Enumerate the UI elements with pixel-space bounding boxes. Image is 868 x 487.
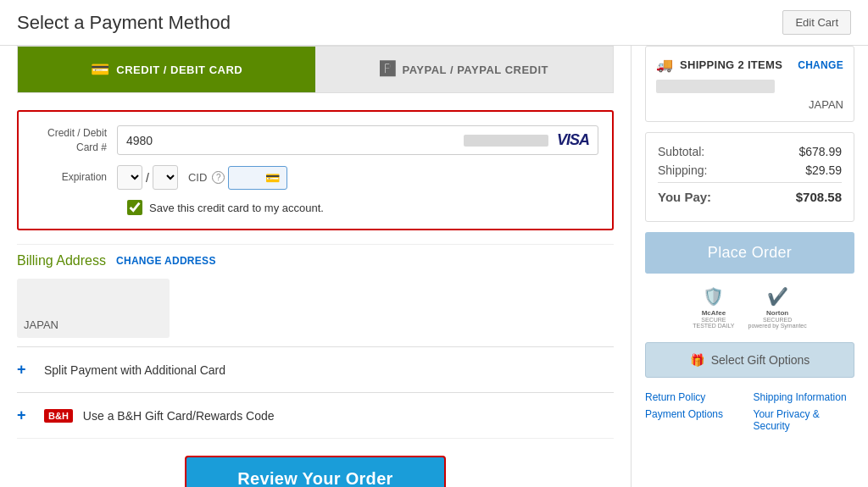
shipping-country: JAPAN [656, 98, 843, 111]
right-sidebar: 🚚 SHIPPING 2 ITEMS CHANGE JAPAN Subtotal… [631, 46, 868, 487]
address-card: JAPAN [17, 279, 170, 338]
mcafee-sublabel: SECURE [701, 317, 726, 323]
split-payment-expand-icon: + [17, 361, 34, 379]
norton-icon: ✔️ [760, 284, 794, 309]
payment-tabs: 💳 CREDIT / DEBIT CARD 🅿 PAYPAL / PAYPAL … [17, 46, 614, 93]
mcafee-sub2: TESTED DAILY [693, 323, 734, 329]
mcafee-icon: 🛡️ [697, 284, 731, 309]
shipping-address-blur [656, 80, 775, 93]
shipping-header: 🚚 SHIPPING 2 ITEMS CHANGE [656, 57, 843, 73]
cid-input-wrapper[interactable]: 💳 [228, 166, 287, 190]
tab-paypal-label: PAYPAL / PAYPAL CREDIT [402, 64, 548, 76]
shipping-info-box: 🚚 SHIPPING 2 ITEMS CHANGE JAPAN [645, 46, 854, 122]
left-content: 💳 CREDIT / DEBIT CARD 🅿 PAYPAL / PAYPAL … [0, 46, 631, 487]
total-value: $708.58 [796, 190, 842, 204]
expiration-wrapper: / CID ? 💳 [117, 165, 598, 190]
split-payment-section[interactable]: + Split Payment with Additional Card [17, 346, 614, 392]
shipping-title-row: 🚚 SHIPPING 2 ITEMS [656, 57, 782, 73]
page-header: Select a Payment Method Edit Cart [0, 0, 868, 46]
gift-options-button[interactable]: 🎁 Select Gift Options [645, 342, 854, 378]
tab-credit-debit-label: CREDIT / DEBIT CARD [116, 64, 242, 76]
subtotal-row: Subtotal: $678.99 [658, 145, 842, 158]
tab-credit-debit[interactable]: 💳 CREDIT / DEBIT CARD [18, 47, 315, 92]
save-card-row: Save this credit card to my account. [32, 200, 598, 215]
total-label: You Pay: [658, 190, 711, 204]
shipping-cost-label: Shipping: [658, 163, 707, 177]
privacy-security-link[interactable]: Your Privacy & Security [754, 408, 855, 432]
order-summary: Subtotal: $678.99 Shipping: $29.59 You P… [645, 132, 854, 222]
cid-card-icon: 💳 [265, 171, 280, 185]
return-policy-link[interactable]: Return Policy [645, 391, 747, 403]
subtotal-label: Subtotal: [658, 145, 704, 158]
paypal-icon: 🅿 [380, 61, 396, 79]
card-number-input[interactable] [126, 134, 464, 147]
card-form-section: Credit / Debit Card # VISA Expiration [17, 110, 614, 230]
cid-help-icon[interactable]: ? [212, 171, 225, 184]
shipping-info-link[interactable]: Shipping Information [754, 391, 855, 403]
cid-label: CID [188, 171, 207, 184]
expiration-row: Expiration / CID ? 💳 [32, 165, 598, 190]
expiration-label: Expiration [32, 170, 117, 185]
billing-section: Billing Address CHANGE ADDRESS JAPAN [17, 244, 614, 346]
shipping-row: Shipping: $29.59 [658, 163, 842, 177]
credit-card-icon: 💳 [91, 60, 110, 79]
page-title: Select a Payment Method [17, 12, 231, 34]
bh-logo: B&H [44, 409, 73, 423]
security-badges: 🛡️ McAfee SECURE TESTED DAILY ✔️ Norton … [645, 284, 854, 329]
card-number-label: Credit / Debit Card # [32, 126, 117, 155]
card-number-blur [464, 135, 548, 147]
billing-country: JAPAN [24, 318, 58, 331]
gift-card-section[interactable]: + B&H Use a B&H Gift Card/Rewards Code [17, 392, 614, 438]
place-order-button[interactable]: Place Order [645, 232, 854, 274]
mcafee-label: McAfee [702, 309, 726, 317]
cid-field[interactable] [236, 172, 265, 184]
mcafee-badge: 🛡️ McAfee SECURE TESTED DAILY [693, 284, 734, 329]
exp-separator: / [146, 171, 149, 185]
gift-card-expand-icon: + [17, 407, 34, 424]
shipping-change-link[interactable]: CHANGE [798, 59, 843, 71]
gift-options-label: Select Gift Options [711, 353, 810, 367]
exp-year-select[interactable] [153, 165, 178, 190]
save-card-checkbox[interactable] [127, 200, 142, 215]
exp-month-select[interactable] [117, 165, 142, 190]
norton-sublabel: SECURED [763, 317, 792, 323]
page-wrapper: Select a Payment Method Edit Cart 💳 CRED… [0, 0, 868, 487]
norton-badge: ✔️ Norton SECURED powered by Symantec [748, 284, 807, 329]
shipping-items-label: SHIPPING 2 ITEMS [680, 58, 782, 71]
billing-header: Billing Address CHANGE ADDRESS [17, 253, 614, 268]
edit-cart-button[interactable]: Edit Cart [782, 10, 851, 35]
main-layout: 💳 CREDIT / DEBIT CARD 🅿 PAYPAL / PAYPAL … [0, 46, 868, 487]
split-payment-label: Split Payment with Additional Card [44, 363, 225, 377]
change-address-link[interactable]: CHANGE ADDRESS [116, 255, 216, 267]
gift-icon: 🎁 [690, 353, 704, 367]
shipping-cost-value: $29.59 [805, 163, 842, 177]
billing-title: Billing Address [17, 253, 106, 268]
card-number-row: Credit / Debit Card # VISA [32, 125, 598, 155]
subtotal-value: $678.99 [798, 145, 842, 158]
tab-paypal[interactable]: 🅿 PAYPAL / PAYPAL CREDIT [315, 47, 613, 92]
visa-logo: VISA [557, 131, 589, 149]
save-card-label: Save this credit card to my account. [149, 202, 324, 214]
footer-links: Return Policy Shipping Information Payme… [645, 391, 854, 432]
review-order-button[interactable]: Review Your Order [185, 456, 445, 487]
card-number-wrapper: VISA [117, 125, 598, 155]
truck-icon: 🚚 [656, 57, 673, 73]
gift-card-label: Use a B&H Gift Card/Rewards Code [83, 409, 275, 423]
norton-sub2: powered by Symantec [748, 323, 807, 329]
payment-options-link[interactable]: Payment Options [645, 408, 747, 432]
norton-label: Norton [766, 309, 788, 317]
total-row: You Pay: $708.58 [658, 182, 842, 204]
review-button-wrapper: Review Your Order [17, 438, 614, 487]
